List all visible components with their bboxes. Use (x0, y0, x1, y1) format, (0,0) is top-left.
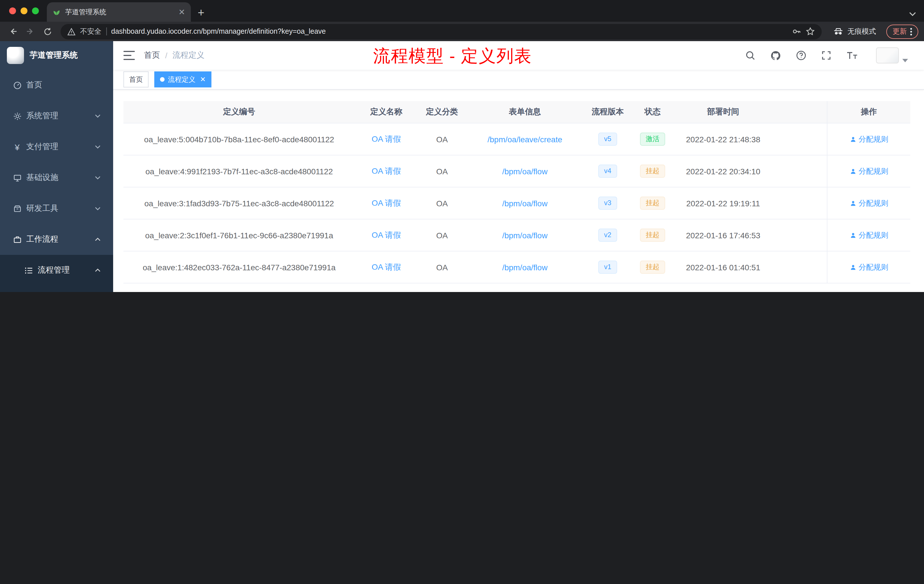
assign-rule-link[interactable]: 分配规则 (850, 198, 888, 208)
definition-name-link[interactable]: OA 请假 (372, 230, 401, 240)
chevron-down-icon (95, 145, 101, 148)
toolbox-icon (13, 204, 22, 213)
font-size-icon[interactable] (846, 50, 858, 61)
sidebar-item-home[interactable]: 首页 (0, 70, 113, 101)
sidebar-item-system[interactable]: 系统管理 (0, 101, 113, 132)
search-icon[interactable] (745, 50, 756, 61)
assign-rule-link[interactable]: 分配规则 (850, 230, 888, 240)
tab-title: 芋道管理系统 (65, 7, 174, 17)
forward-button[interactable] (23, 24, 38, 39)
sidebar-item-label: 系统管理 (26, 111, 58, 121)
user-avatar[interactable] (876, 48, 908, 63)
new-tab-button[interactable]: + (198, 7, 204, 18)
minimize-window-button[interactable] (21, 7, 27, 14)
github-icon[interactable] (770, 50, 781, 61)
browser-tab-strip: 芋道管理系统 ✕ + (0, 0, 924, 22)
zoom-window-button[interactable] (32, 7, 39, 14)
chevron-up-icon (95, 238, 101, 241)
version-tag: v5 (598, 132, 617, 146)
sidebar-item-process-form[interactable]: 流程表单 (0, 286, 113, 292)
browser-toolbar: 不安全 dashboard.yudao.iocoder.cn/bpm/manag… (0, 22, 924, 41)
form-link[interactable]: /bpm/oa/flow (502, 199, 548, 208)
row-spacer (773, 187, 827, 219)
sidebar-item-infrastructure[interactable]: 基础设施 (0, 162, 113, 193)
definition-name-link[interactable]: OA 请假 (372, 262, 401, 272)
browser-tab[interactable]: 芋道管理系统 ✕ (47, 2, 191, 22)
form-link[interactable]: /bpm/oa/flow (502, 167, 548, 176)
form-link[interactable]: /bpm/oa/flow (502, 262, 548, 272)
browser-update-button[interactable]: 更新 (886, 24, 918, 39)
definition-name-link[interactable]: OA 请假 (372, 134, 401, 144)
definition-category: OA (418, 219, 466, 251)
sidebar-item-process-management[interactable]: 流程管理 (0, 255, 113, 286)
column-header: 定义名称 (355, 101, 418, 123)
tags-view: 首页 流程定义 ✕ (113, 70, 924, 90)
address-bar[interactable]: 不安全 dashboard.yudao.iocoder.cn/bpm/manag… (61, 24, 822, 39)
update-label: 更新 (893, 26, 907, 36)
back-button[interactable] (6, 24, 21, 39)
app-logo: 芋道管理系统 (0, 41, 113, 70)
chevron-down-icon (95, 176, 101, 180)
form-link[interactable]: /bpm/oa/flow (502, 231, 548, 240)
definition-category: OA (418, 187, 466, 219)
definition-category: OA (418, 155, 466, 187)
sidebar-item-label: 研发工具 (26, 203, 58, 214)
chevron-down-icon (95, 207, 101, 210)
monitor-icon (13, 173, 22, 182)
user-icon (850, 232, 856, 239)
sidebar-item-label: 流程管理 (38, 265, 70, 276)
user-icon (850, 136, 856, 143)
help-icon[interactable] (796, 50, 806, 61)
version-tag: v4 (598, 164, 617, 178)
briefcase-icon (13, 235, 22, 244)
definition-name-link[interactable]: OA 请假 (372, 166, 401, 176)
security-label: 不安全 (80, 26, 101, 36)
omnibox-divider (106, 27, 107, 35)
user-icon (850, 200, 856, 206)
table-header-row: 定义编号 定义名称 定义分类 表单信息 流程版本 状态 部署时间 操作 (124, 101, 910, 124)
column-header: 定义编号 (124, 101, 355, 123)
sidebar-item-label: 首页 (26, 80, 42, 90)
assign-rule-link[interactable]: 分配规则 (850, 262, 888, 272)
hamburger-icon[interactable] (124, 51, 135, 60)
tag-close-icon[interactable]: ✕ (200, 76, 206, 83)
avatar-dropdown-icon[interactable] (902, 59, 908, 62)
tab-close-icon[interactable]: ✕ (178, 8, 185, 16)
close-window-button[interactable] (9, 7, 16, 14)
fullscreen-icon[interactable] (821, 50, 832, 61)
row-spacer (773, 155, 827, 187)
password-key-icon[interactable] (792, 27, 801, 36)
status-badge: 激活 (640, 132, 665, 146)
deploy-time: 2022-01-22 19:19:11 (673, 187, 773, 219)
tag-process-definition[interactable]: 流程定义 ✕ (154, 71, 211, 87)
breadcrumb-home[interactable]: 首页 (144, 50, 160, 61)
active-dot (160, 77, 165, 82)
status-badge: 挂起 (640, 228, 665, 242)
definition-category: OA (418, 251, 466, 283)
assign-rule-link[interactable]: 分配规则 (850, 166, 888, 176)
sidebar-item-dev-tools[interactable]: 研发工具 (0, 193, 113, 224)
bookmark-star-icon[interactable] (806, 27, 815, 36)
form-link[interactable]: /bpm/oa/leave/create (487, 135, 562, 144)
definition-name-link[interactable]: OA 请假 (372, 198, 401, 208)
list-icon (24, 266, 33, 275)
sidebar-item-workflow[interactable]: 工作流程 (0, 224, 113, 255)
avatar-image (876, 48, 899, 63)
chevron-up-icon (95, 269, 101, 272)
row-spacer (773, 219, 827, 251)
column-header: 部署时间 (673, 101, 773, 123)
reload-button[interactable] (40, 24, 55, 39)
sidebar-item-label: 基础设施 (26, 173, 58, 183)
table-row: oa_leave:2:3c1f0ef1-76b1-11ec-9c66-a2380… (124, 219, 910, 251)
definition-table: 定义编号 定义名称 定义分类 表单信息 流程版本 状态 部署时间 操作 oa_l… (124, 101, 910, 284)
deploy-time: 2022-01-16 01:40:51 (673, 251, 773, 283)
definition-id: oa_leave:5:004b710b-7b8a-11ec-8ef0-acde4… (124, 124, 355, 155)
sidebar-item-payment[interactable]: ¥ 支付管理 (0, 132, 113, 162)
tag-home[interactable]: 首页 (124, 71, 148, 87)
assign-rule-link[interactable]: 分配规则 (850, 134, 888, 144)
version-tag: v2 (598, 228, 617, 242)
tab-search-button[interactable] (909, 12, 916, 16)
chevron-down-icon (95, 114, 101, 118)
more-menu-icon[interactable] (910, 28, 912, 35)
dashboard-icon (13, 81, 22, 90)
